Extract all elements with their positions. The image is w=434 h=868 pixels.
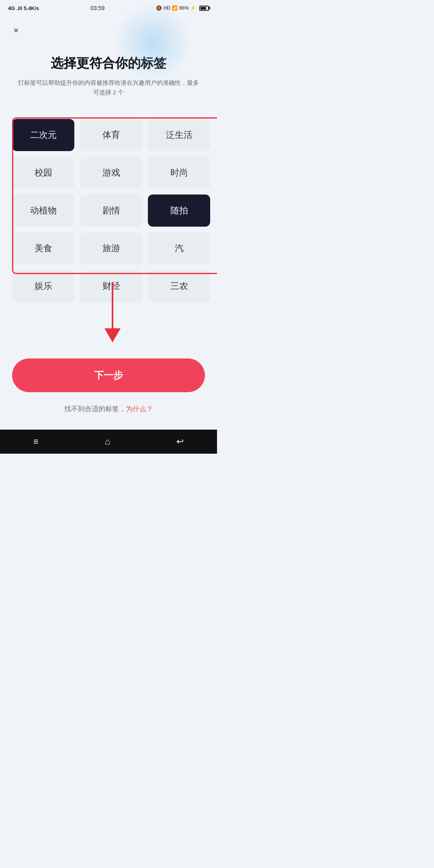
tag-entertainment[interactable]: 娱乐 xyxy=(12,270,74,302)
battery-icon xyxy=(199,6,209,11)
tag-rural[interactable]: 三农 xyxy=(148,270,210,302)
tag-food[interactable]: 美食 xyxy=(12,232,74,264)
next-button-wrapper: 下一步 xyxy=(0,358,217,392)
bottom-nav: ≡ ⌂ ↩ xyxy=(0,430,217,454)
tags-grid: 二次元体育泛生活校园游戏时尚动植物剧情随拍美食旅游汽娱乐财经三农 xyxy=(12,119,210,302)
tag-campus[interactable]: 校园 xyxy=(12,157,74,189)
status-bar: 4G .ill 5.4K/s 03:59 🔕 HD 📶 66% ⚡ xyxy=(0,0,217,14)
status-left: 4G .ill 5.4K/s xyxy=(8,5,39,11)
tags-scroll[interactable]: 二次元体育泛生活校园游戏时尚动植物剧情随拍美食旅游汽娱乐财经三农 xyxy=(0,113,217,306)
tag-sports[interactable]: 体育 xyxy=(80,119,142,151)
status-right: 🔕 HD 📶 66% ⚡ xyxy=(156,5,209,11)
tag-anime[interactable]: 二次元 xyxy=(12,119,74,151)
title-area: 选择更符合你的标签 打标签可以帮助提升你的内容被推荐给潜在兴趣用户的准确性，最多… xyxy=(0,14,217,105)
nav-home-icon[interactable]: ⌂ xyxy=(105,436,110,447)
tag-fashion[interactable]: 时尚 xyxy=(148,157,210,189)
status-time: 03:59 xyxy=(90,5,104,11)
tag-life[interactable]: 泛生活 xyxy=(148,119,210,151)
tag-drama[interactable]: 剧情 xyxy=(80,194,142,227)
page-subtitle: 打标签可以帮助提升你的内容被推荐给潜在兴趣用户的准确性，最多可选择 2 个 xyxy=(0,78,217,97)
arrow-icon xyxy=(100,282,125,346)
tag-candid[interactable]: 随拍 xyxy=(148,194,210,227)
arrow-container xyxy=(0,306,217,354)
tag-travel[interactable]: 旅游 xyxy=(80,232,142,264)
nav-back-icon[interactable]: ↩ xyxy=(176,436,184,447)
tag-extra1[interactable]: 汽 xyxy=(148,232,210,264)
next-button[interactable]: 下一步 xyxy=(12,358,205,392)
page-title: 选择更符合你的标签 xyxy=(0,55,217,72)
status-icons: 🔕 HD 📶 66% ⚡ xyxy=(156,5,196,11)
main-content: × 选择更符合你的标签 打标签可以帮助提升你的内容被推荐给潜在兴趣用户的准确性，… xyxy=(0,14,217,414)
tags-outer: 二次元体育泛生活校园游戏时尚动植物剧情随拍美食旅游汽娱乐财经三农 xyxy=(0,113,217,306)
svg-marker-1 xyxy=(104,328,121,342)
help-link[interactable]: 为什么？ xyxy=(126,405,153,413)
nav-menu-icon[interactable]: ≡ xyxy=(33,436,39,447)
tag-games[interactable]: 游戏 xyxy=(80,157,142,189)
close-button[interactable]: × xyxy=(8,23,24,39)
close-icon: × xyxy=(14,25,19,36)
tag-nature[interactable]: 动植物 xyxy=(12,194,74,227)
help-text-area: 找不到合适的标签，为什么？ xyxy=(0,404,217,414)
help-text-static: 找不到合适的标签， xyxy=(64,405,126,413)
